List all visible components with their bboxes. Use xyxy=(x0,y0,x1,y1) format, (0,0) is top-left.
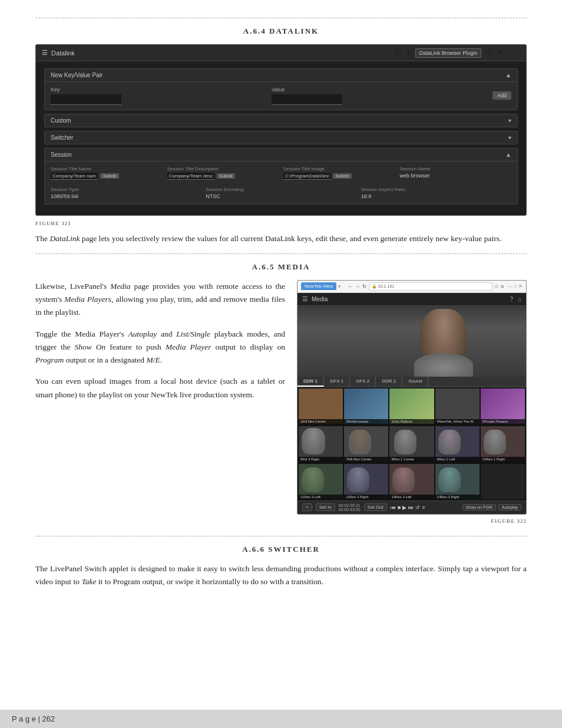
tab-ddr1[interactable]: DDR 1 xyxy=(297,377,324,387)
thumb-8[interactable]: 9Rex 1 Left xyxy=(435,426,480,462)
kv-arrow-up: ▲ xyxy=(505,72,511,78)
thumb-7-label: 8Rex 1 Center xyxy=(389,457,434,462)
hamburger-icon: ☰ xyxy=(42,49,48,57)
thumb-1[interactable]: 2Rollercoaster xyxy=(344,388,388,424)
session-title-image-submit[interactable]: Submit xyxy=(333,173,352,179)
person-10 xyxy=(302,467,324,492)
session-field-2: Session Title Image Submit xyxy=(283,166,395,180)
menu-icon[interactable]: ≡ xyxy=(501,284,504,289)
thumb-0[interactable]: 1Kili Rex Center xyxy=(299,388,343,424)
show-pgm-button[interactable]: Show on PGM xyxy=(462,504,496,510)
thumb-2[interactable]: 3July Balloon xyxy=(389,388,434,424)
session-title-name-input[interactable] xyxy=(51,173,98,180)
thumb-9[interactable]: 10Rex 1 Right xyxy=(481,426,525,462)
person-13 xyxy=(438,467,461,492)
session-arrow-up: ▲ xyxy=(505,151,511,158)
forward-icon[interactable]: → xyxy=(355,284,361,289)
refresh-icon[interactable]: ↻ xyxy=(395,48,402,58)
figure-caption-322: FIGURE 322 xyxy=(297,518,527,524)
dl-section-session-header[interactable]: Session ▲ xyxy=(45,149,517,161)
thumb-7[interactable]: 8Rex 1 Center xyxy=(389,426,434,462)
loop-icon[interactable]: ↺ xyxy=(415,505,420,510)
refresh-browser-icon[interactable]: ↻ xyxy=(362,284,367,289)
time-value-2: 00:00:43:00 xyxy=(339,508,361,512)
switcher-arrow: ▾ xyxy=(508,134,511,141)
dl-add-button[interactable]: Add xyxy=(492,91,511,100)
thumb-4[interactable]: 5Purple Flowers xyxy=(481,388,525,424)
thumb-6[interactable]: 7Kili Rex Center xyxy=(344,426,388,462)
session-title-name-submit[interactable]: Submit xyxy=(100,173,119,179)
thumb-10[interactable]: 11Rex 2 Left xyxy=(299,464,343,499)
dl-kv-label: New Key/Value Pair xyxy=(51,72,103,78)
window-controls: — □ ✕ xyxy=(507,284,523,289)
set-in-button[interactable]: Set In xyxy=(316,503,335,511)
back-icon[interactable]: ← xyxy=(348,284,353,289)
close-window-icon[interactable]: ✕ xyxy=(518,284,523,289)
dl-titlebar-right: ↻ ▾ DataLink Browser Plugin ↻ ▾ ? ⌂ xyxy=(395,48,520,58)
session-row2-field-2: Session Aspect Ratio 16:9 xyxy=(361,187,511,199)
session-field-3-label: Session Name xyxy=(400,166,512,172)
thumb-13[interactable]: 14Rex 3 Right xyxy=(435,464,480,499)
thumb-5[interactable]: 6Kili 3 Right xyxy=(299,426,343,462)
thumb-9-label: 10Rex 1 Right xyxy=(481,457,525,462)
dl-value-input[interactable] xyxy=(272,94,342,105)
help-icon[interactable]: ? xyxy=(507,48,510,58)
session-field-3: Session Name web browser xyxy=(400,166,512,180)
person-11 xyxy=(347,467,369,492)
lock-icon: 🔒 xyxy=(372,284,377,288)
session-title-desc-input[interactable] xyxy=(167,173,214,180)
thumb-6-label: 7Kili Rex Center xyxy=(344,457,388,462)
dl-section-custom-header[interactable]: Custom ▾ xyxy=(45,114,517,127)
new-tab-icon[interactable]: + xyxy=(338,284,340,289)
media-home-icon[interactable]: ⌂ xyxy=(518,296,521,302)
thumb-3[interactable]: 4NewTek, Show The W xyxy=(435,388,480,424)
session-name-value: web browser xyxy=(400,173,512,179)
media-hamburger-icon[interactable]: ☰ xyxy=(302,295,308,303)
skip-back-icon[interactable]: ⏮ xyxy=(391,505,396,510)
dl-section-session: Session ▲ Session Title Name Submit xyxy=(44,148,518,205)
section-heading-a64: A.6.4 DATALINK xyxy=(35,18,527,36)
thumb-2-label: 3July Balloon xyxy=(389,419,434,424)
section-heading-a65: A.6.5 MEDIA xyxy=(35,253,527,272)
tab-gfx2[interactable]: GFX 2 xyxy=(350,377,376,387)
datalink-screenshot: ☰ Datalink ↻ ▾ DataLink Browser Plugin ↻… xyxy=(35,44,527,216)
session-field-0-row: Submit xyxy=(51,173,163,180)
thumb-11[interactable]: 12Rex 2 Right xyxy=(344,464,388,499)
stop-icon[interactable]: ■ xyxy=(398,505,401,510)
dropdown-icon-2[interactable]: ▾ xyxy=(498,48,502,58)
session-title-desc-submit[interactable]: Submit xyxy=(217,173,236,179)
session-title-image-input[interactable] xyxy=(283,173,330,180)
set-out-button[interactable]: Set Out xyxy=(364,503,387,511)
dropdown-icon[interactable]: ▾ xyxy=(406,48,411,58)
person-8 xyxy=(438,430,461,454)
autoplay-button[interactable]: Autoplay xyxy=(498,504,521,510)
home-icon[interactable]: ⌂ xyxy=(515,48,520,58)
media-help-icon[interactable]: ? xyxy=(510,296,513,302)
session-encoding-val: NTSC xyxy=(206,193,356,199)
play-icon[interactable]: ▶ xyxy=(402,505,406,510)
media-transport-controls: ⏮ ■ ▶ ⏭ ↺ ≡ xyxy=(391,505,425,510)
thumb-12[interactable]: 13Rex 3 Left xyxy=(389,464,434,499)
minimize-icon[interactable]: — xyxy=(507,284,512,289)
dl-key-input[interactable] xyxy=(51,94,121,105)
star-icon[interactable]: ☆ xyxy=(494,284,499,289)
url-bar[interactable]: 🔒 10.1.131 xyxy=(369,282,492,291)
tab-gfx1[interactable]: GFX 1 xyxy=(324,377,350,387)
skip-fwd-icon[interactable]: ⏭ xyxy=(408,505,414,510)
thumb-13-label: 14Rex 3 Right xyxy=(435,495,480,499)
browser-tab[interactable]: NewTek-View xyxy=(301,282,336,290)
refresh-icon-2[interactable]: ↻ xyxy=(486,48,493,58)
dl-section-switcher-header[interactable]: Switcher ▾ xyxy=(45,131,517,144)
thumb-10-label: 11Rex 2 Left xyxy=(299,495,343,499)
person-5 xyxy=(302,428,325,454)
add-button[interactable]: + xyxy=(302,503,312,511)
session-aspect-val: 16:9 xyxy=(361,193,511,199)
dl-section-kv-header[interactable]: New Key/Value Pair ▲ xyxy=(45,69,517,81)
session-field-1: Session Title Description Submit xyxy=(167,166,279,180)
maximize-icon[interactable]: □ xyxy=(514,284,517,289)
tab-sound[interactable]: Sound xyxy=(402,377,428,387)
tab-ddr2[interactable]: DDR 2 xyxy=(376,377,402,387)
list-icon[interactable]: ≡ xyxy=(422,505,425,510)
plugin-button[interactable]: DataLink Browser Plugin xyxy=(415,48,482,58)
page-footer: P a g e | 262 xyxy=(0,710,562,728)
